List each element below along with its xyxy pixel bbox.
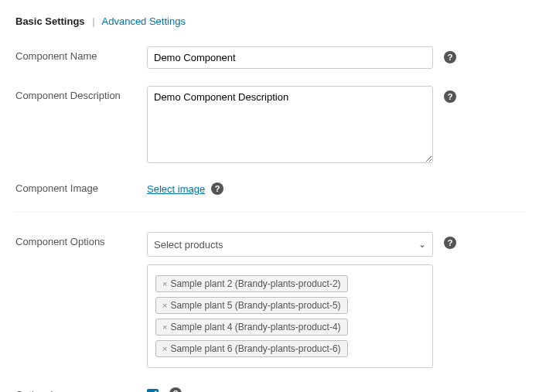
tab-separator: | (92, 15, 94, 27)
remove-tag-icon[interactable]: × (162, 322, 167, 332)
component-name-input[interactable] (147, 46, 433, 69)
component-options-label: Component Options (15, 232, 147, 247)
product-tag-label: Sample plant 5 (Brandy-plants-product-5) (170, 300, 340, 311)
chevron-down-icon: ⌄ (418, 239, 426, 250)
component-image-label: Component Image (15, 182, 147, 194)
section-divider (15, 212, 524, 213)
product-tag-label: Sample plant 4 (Brandy-plants-product-4) (170, 322, 340, 332)
product-tag: ×Sample plant 4 (Brandy-plants-product-4… (155, 319, 348, 336)
component-description-input[interactable]: Demo Component Description (147, 86, 433, 163)
component-name-label: Component Name (15, 46, 147, 62)
remove-tag-icon[interactable]: × (162, 279, 167, 288)
selected-products-box: ×Sample plant 2 (Brandy-plants-product-2… (147, 264, 433, 368)
optional-label: Optional (15, 385, 147, 392)
product-tag-label: Sample plant 6 (Brandy-plants-product-6) (170, 343, 340, 354)
help-icon[interactable]: ? (444, 90, 456, 103)
help-icon[interactable]: ? (444, 51, 456, 63)
product-tag-label: Sample plant 2 (Brandy-plants-product-2) (170, 278, 340, 289)
tab-advanced-settings[interactable]: Advanced Settings (102, 15, 186, 27)
product-tag: ×Sample plant 2 (Brandy-plants-product-2… (155, 275, 348, 292)
product-tag: ×Sample plant 5 (Brandy-plants-product-5… (155, 297, 348, 314)
help-icon[interactable]: ? (444, 237, 456, 249)
optional-checkbox[interactable] (147, 389, 159, 392)
tab-basic-settings[interactable]: Basic Settings (15, 15, 85, 27)
remove-tag-icon[interactable]: × (162, 344, 167, 353)
help-icon[interactable]: ? (211, 182, 223, 195)
select-products-placeholder: Select products (154, 239, 223, 251)
settings-tabs: Basic Settings | Advanced Settings (15, 15, 524, 27)
remove-tag-icon[interactable]: × (162, 301, 167, 310)
component-description-label: Component Description (15, 86, 147, 101)
select-image-link[interactable]: Select image (147, 183, 205, 195)
product-tag: ×Sample plant 6 (Brandy-plants-product-6… (155, 340, 348, 357)
select-products-dropdown[interactable]: Select products ⌄ (147, 232, 433, 257)
help-icon[interactable]: ? (169, 387, 182, 392)
